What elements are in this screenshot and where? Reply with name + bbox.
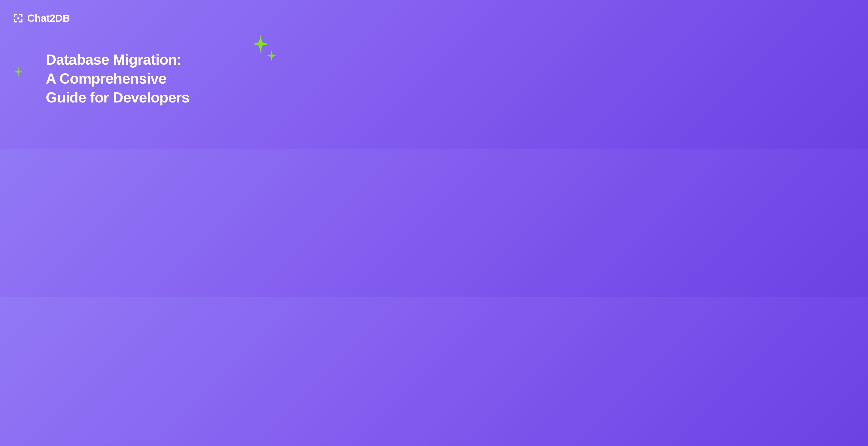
title-line-3: Guide for Developers (46, 88, 259, 107)
sparkle-icon (14, 67, 23, 76)
title-line-2: A Comprehensive (46, 69, 259, 88)
title-container: Database Migration: A Comprehensive Guid… (46, 50, 259, 107)
logo-icon (12, 12, 24, 24)
logo-text: Chat2DB (27, 12, 70, 24)
sparkle-icon (267, 50, 276, 61)
logo-container: Chat2DB (12, 12, 70, 24)
title-line-1: Database Migration: (46, 50, 259, 69)
sparkle-icon (253, 35, 269, 53)
